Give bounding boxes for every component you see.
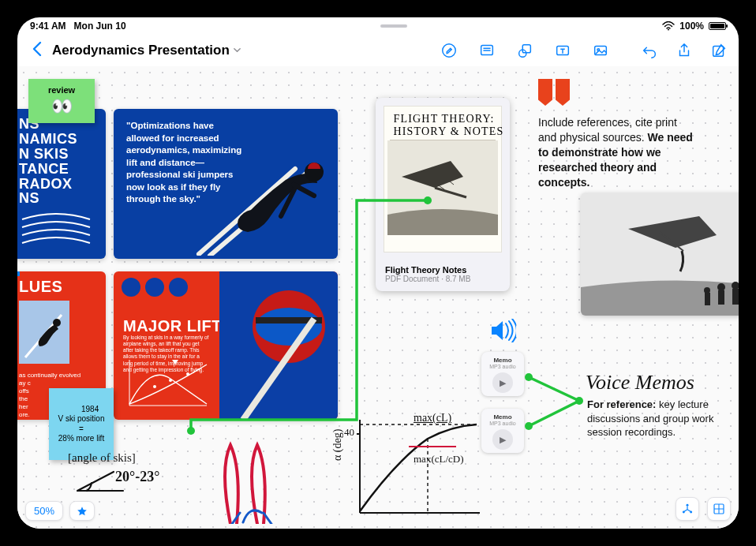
slide-card[interactable]: "Optimizations have allowed for increase… [114,109,338,259]
audio-clip[interactable]: Memo MP3 audio ▶ [481,409,524,453]
slide-title: LUES [19,278,99,296]
audio-title: Memo [486,357,519,364]
share-icon[interactable] [676,42,693,59]
doc-name: Flight Theory Notes [385,265,500,275]
svg-rect-5 [522,45,530,53]
sticky-text: review [36,85,87,95]
multitask-handle[interactable] [380,24,407,28]
svg-point-18 [186,372,189,376]
back-button[interactable] [28,41,46,60]
slide-card[interactable]: NS NAMICS N SKIS TANCE RADOX NS [17,109,106,259]
svg-point-13 [53,319,61,327]
handwriting: Voice Memos [586,371,694,395]
wifi-icon [662,21,675,31]
pen-tool-icon[interactable] [440,42,458,59]
star-icon [77,506,88,517]
glider-image [387,140,498,235]
note-tool-icon[interactable] [478,42,496,59]
eyes-emoji: 👀 [36,96,87,117]
status-bar: 9:41 AM Mon Jun 10 100% [17,17,739,35]
sticky-note[interactable]: review 👀 [28,79,95,123]
battery-percent: 100% [679,21,704,32]
navigator-button[interactable] [676,497,699,521]
nodes-icon [681,503,694,515]
audio-title: Memo [486,413,519,421]
sticky-text: 1984 V ski position = 28% more lift [58,405,105,443]
bottom-right-controls [676,497,731,521]
svg-point-42 [525,373,533,381]
svg-rect-31 [732,289,739,305]
doc-thumb-title: FLIGHT THEORY: HISTORY & NOTES [390,107,495,140]
slide-title: MAJOR LIFT [123,317,222,335]
textbox-tool-icon[interactable] [554,42,571,59]
svg-point-0 [668,29,669,31]
battery-icon [709,22,726,30]
handwriting: 20°-23° [115,469,159,485]
annotation: max(cL/cD) [414,453,464,466]
status-time: 9:41 AM [30,21,66,32]
audio-sub: MP3 audio [486,421,519,426]
svg-point-32 [704,287,710,294]
handwriting: [angle of skis] [68,451,136,465]
document-card[interactable]: FLIGHT THEORY: HISTORY & NOTES Flight Th… [376,98,510,291]
audio-sub: MP3 audio [486,364,519,369]
edge-marker [17,271,20,276]
doc-sub: PDF Document · 8.7 MB [385,275,500,283]
text-block[interactable]: For reference: key lecture discussions a… [587,398,718,439]
svg-point-43 [525,422,533,430]
play-button[interactable]: ▶ [492,372,513,393]
audio-clip[interactable]: Memo MP3 audio ▶ [481,352,524,396]
speaker-icon [489,319,516,346]
photo-card[interactable] [581,193,739,316]
ipad-frame: 9:41 AM Mon Jun 10 100% Aerodynamics Pre… [0,0,756,546]
ski-jumper-graphic [175,137,338,256]
historic-glider-image [581,193,739,316]
lift-graph-graphic [123,357,210,412]
svg-point-44 [575,397,583,405]
grid-icon [713,503,725,515]
shape-tool-icon[interactable] [516,42,533,59]
board-title-text: Aerodynamics Presentation [52,43,230,58]
play-button[interactable]: ▶ [492,429,513,450]
media-tool-icon[interactable] [592,42,609,59]
text-bold: For reference: [587,398,656,410]
compose-icon[interactable] [710,42,728,59]
svg-point-45 [687,504,689,507]
svg-point-17 [169,379,172,382]
undo-icon[interactable] [641,42,658,59]
skier-thumbs [122,278,188,297]
svg-point-40 [187,427,195,435]
screen: 9:41 AM Mon Jun 10 100% Aerodynamics Pre… [17,17,739,529]
slide-title: NS NAMICS N SKIS TANCE RADOX NS [19,117,99,206]
chevron-down-icon [233,46,241,56]
bookmark-icon [538,79,570,106]
svg-point-28 [717,283,725,291]
svg-rect-29 [718,290,724,305]
grid-button[interactable] [707,497,731,521]
annotation: max(cL) [414,412,451,424]
sketch-graph: α (deg) 40 max(cL) max(cL/cD) [333,413,483,524]
bottom-left-controls: 50% [25,501,95,521]
axis-label: α (deg) [331,429,344,461]
flow-lines-graphic [21,213,92,245]
skier-goggles-graphic [219,271,338,420]
favorite-button[interactable] [69,501,95,521]
doodle [207,437,294,524]
zoom-control[interactable]: 50% [25,501,63,521]
slide-card[interactable]: MAJOR LIFT By looking at skis in a way f… [114,271,338,420]
skier-thumb-graphic [19,301,69,364]
svg-point-16 [153,385,156,388]
freeform-canvas[interactable]: NS NAMICS N SKIS TANCE RADOX NS "Optimiz… [17,66,739,529]
zoom-value: 50% [34,505,54,517]
board-title-dropdown[interactable]: Aerodynamics Presentation [52,43,241,58]
app-toolbar: Aerodynamics Presentation [17,35,739,66]
text-block[interactable]: Include references, cite print and physi… [538,115,696,189]
status-date: Mon Jun 10 [74,21,126,32]
sticky-note[interactable]: 1984 V ski position = 28% more lift [49,388,114,460]
tick-label: 40 [344,426,354,439]
svg-rect-33 [705,293,710,305]
